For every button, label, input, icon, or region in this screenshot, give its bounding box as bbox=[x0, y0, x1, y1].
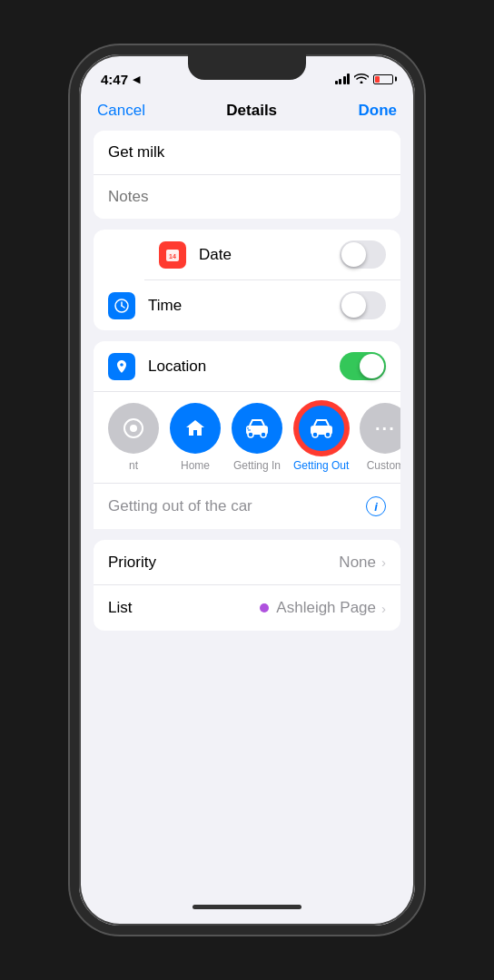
location-icon bbox=[108, 353, 135, 380]
svg-text:14: 14 bbox=[169, 253, 176, 260]
custom-label: Custom bbox=[367, 459, 400, 472]
location-item-custom[interactable]: ··· Custom bbox=[360, 403, 400, 472]
svg-point-7 bbox=[130, 425, 137, 432]
date-toggle[interactable] bbox=[340, 240, 386, 269]
time-label: Time bbox=[148, 297, 340, 315]
phone-frame: 4:47 ◀ Cancel Details bbox=[70, 45, 424, 935]
nav-bar: Cancel Details Done bbox=[79, 94, 415, 131]
location-item-current[interactable]: nt bbox=[108, 403, 159, 472]
svg-point-14 bbox=[325, 432, 331, 437]
signal-icon bbox=[335, 74, 351, 84]
getting-in-circle bbox=[232, 403, 282, 454]
getting-out-wrapper bbox=[296, 403, 347, 454]
cancel-button[interactable]: Cancel bbox=[97, 102, 145, 120]
status-bar: 4:47 ◀ bbox=[79, 54, 415, 94]
priority-chevron-icon: › bbox=[381, 554, 386, 570]
priority-label: Priority bbox=[108, 554, 339, 572]
page-title: Details bbox=[226, 102, 277, 120]
status-icons bbox=[335, 73, 394, 86]
custom-circle: ··· bbox=[360, 403, 400, 454]
location-description-row: Getting out of the car i bbox=[94, 483, 400, 529]
task-title-input[interactable]: Get milk bbox=[94, 131, 400, 175]
date-icon: 14 bbox=[159, 241, 186, 269]
status-time: 4:47 bbox=[101, 72, 128, 87]
dots-icon: ··· bbox=[375, 418, 396, 439]
location-item-home[interactable]: Home bbox=[170, 403, 221, 472]
battery-icon bbox=[373, 74, 393, 84]
location-scroll[interactable]: nt Home bbox=[94, 392, 400, 483]
home-circle bbox=[170, 403, 221, 454]
wifi-icon bbox=[354, 73, 369, 86]
location-row[interactable]: Location bbox=[94, 341, 400, 392]
list-dot-icon bbox=[260, 603, 269, 612]
date-time-card: 14 Date Time bbox=[94, 230, 400, 330]
svg-rect-11 bbox=[254, 422, 260, 426]
notes-input[interactable] bbox=[94, 175, 400, 219]
getting-in-label: Getting In bbox=[233, 459, 281, 472]
svg-line-5 bbox=[122, 306, 124, 308]
location-item-getting-out[interactable]: Getting Out bbox=[293, 403, 349, 472]
location-description-text: Getting out of the car bbox=[108, 497, 366, 515]
location-label: Location bbox=[148, 358, 340, 376]
priority-row[interactable]: Priority None › bbox=[94, 540, 400, 585]
date-label: Date bbox=[199, 246, 340, 264]
location-toggle[interactable] bbox=[340, 352, 386, 380]
home-indicator-area bbox=[79, 894, 415, 916]
list-row[interactable]: List Ashleigh Page › bbox=[94, 585, 400, 631]
info-icon[interactable]: i bbox=[366, 496, 386, 516]
svg-point-10 bbox=[261, 432, 266, 437]
date-row[interactable]: 14 Date bbox=[144, 230, 400, 280]
time-toggle[interactable] bbox=[340, 291, 386, 319]
current-location-circle bbox=[108, 403, 159, 454]
list-chevron-icon: › bbox=[381, 601, 386, 616]
getting-out-label: Getting Out bbox=[293, 459, 349, 472]
home-indicator[interactable] bbox=[193, 905, 301, 909]
current-location-label: nt bbox=[129, 459, 138, 472]
location-item-getting-in[interactable]: Getting In bbox=[232, 403, 282, 472]
location-card: Location nt bbox=[94, 341, 400, 529]
home-label: Home bbox=[181, 459, 210, 472]
list-label: List bbox=[108, 599, 260, 617]
svg-point-9 bbox=[248, 432, 253, 437]
priority-value: None bbox=[339, 554, 376, 572]
list-value: Ashleigh Page bbox=[276, 599, 376, 617]
priority-list-card: Priority None › List Ashleigh Page › bbox=[94, 540, 400, 631]
location-arrow-icon: ◀ bbox=[133, 74, 140, 85]
done-button[interactable]: Done bbox=[358, 102, 397, 120]
time-icon bbox=[108, 292, 135, 319]
task-card: Get milk bbox=[94, 131, 400, 219]
getting-out-circle bbox=[296, 403, 347, 454]
content-area: Get milk 14 Date bbox=[79, 131, 415, 642]
svg-point-13 bbox=[312, 432, 318, 437]
time-row[interactable]: Time bbox=[94, 280, 400, 330]
